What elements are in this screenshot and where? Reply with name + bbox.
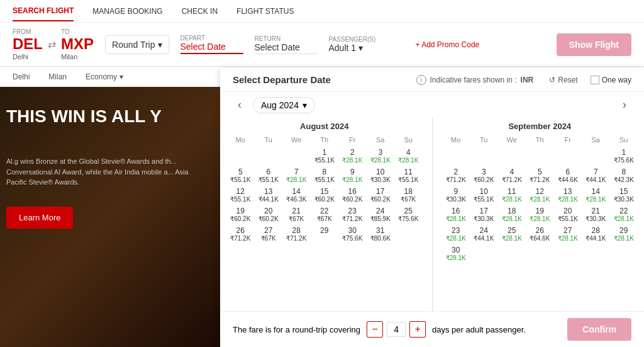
table-row[interactable]: 10₹55.1K: [470, 185, 498, 205]
passengers-label: PASSENGER(S): [329, 36, 404, 43]
table-row[interactable]: 26₹64.6K: [526, 224, 554, 244]
table-row[interactable]: 27₹67K: [255, 224, 283, 244]
table-row[interactable]: 11₹55.1K: [394, 166, 423, 185]
table-row[interactable]: 3₹60.2K: [470, 166, 498, 185]
decrement-days-button[interactable]: −: [367, 321, 383, 338]
cabin-chevron-icon: ▾: [119, 72, 123, 81]
table-row[interactable]: 20₹55.1K: [554, 205, 582, 224]
table-row[interactable]: 4₹71.2K: [498, 166, 526, 185]
table-row[interactable]: 17₹60.2K: [367, 185, 395, 205]
table-row[interactable]: 15₹60.2K: [311, 185, 339, 205]
table-row[interactable]: 3₹28.1K: [367, 146, 395, 166]
table-row[interactable]: 23₹71.2K: [338, 205, 367, 224]
cabin-class-selector[interactable]: Economy ▾: [86, 72, 123, 81]
passengers-selector[interactable]: Adult 1 ▾: [329, 43, 404, 53]
days-counter: − 4 +: [367, 321, 426, 338]
table-row[interactable]: 18₹28.1K: [498, 205, 526, 224]
fare-info-prefix: Indicative fares shown in :: [430, 76, 517, 84]
show-flight-button[interactable]: Show Flight: [557, 33, 631, 56]
table-row[interactable]: 23₹28.1K: [442, 224, 470, 244]
aug-dh-su: Su: [394, 134, 423, 146]
from-city-sub: Delhi: [13, 72, 30, 81]
oneway-toggle[interactable]: One way: [591, 76, 631, 84]
table-row[interactable]: 13₹44.1K: [255, 185, 283, 205]
month-selector[interactable]: Aug 2024 ▾: [253, 97, 315, 113]
table-row[interactable]: 7₹44.1K: [582, 166, 610, 185]
promo-code-link[interactable]: + Add Promo Code: [416, 40, 480, 49]
table-row[interactable]: 5₹55.1K: [226, 166, 255, 185]
table-row[interactable]: 4₹28.1K: [394, 146, 423, 166]
table-row[interactable]: 31₹80.6K: [367, 224, 395, 244]
table-row[interactable]: 1₹55.1K: [311, 146, 339, 166]
table-row[interactable]: 30₹75.6K: [338, 224, 367, 244]
table-row[interactable]: 11₹28.1K: [498, 185, 526, 205]
learn-more-button[interactable]: Learn More: [6, 207, 73, 229]
table-row[interactable]: 16₹28.1K: [442, 205, 470, 224]
table-row[interactable]: 14₹28.1K: [582, 185, 610, 205]
return-date-input[interactable]: Select Date: [255, 42, 318, 54]
table-row[interactable]: 18₹67K: [394, 185, 423, 205]
prev-month-arrow[interactable]: ‹: [233, 96, 247, 114]
table-row[interactable]: 24₹85.9K: [367, 205, 395, 224]
from-label: FROM: [13, 28, 43, 35]
table-row[interactable]: 13₹28.1K: [554, 185, 582, 205]
table-row[interactable]: 21₹67K: [282, 205, 311, 224]
reset-label: Reset: [558, 76, 577, 84]
table-row[interactable]: 27₹28.1K: [554, 224, 582, 244]
nav-manage-booking[interactable]: MANAGE BOOKING: [92, 2, 162, 21]
table-row[interactable]: 9₹28.1K: [338, 166, 367, 185]
table-row[interactable]: 8₹42.3K: [610, 166, 638, 185]
table-row[interactable]: 12₹55.1K: [226, 185, 255, 205]
table-row[interactable]: 25₹28.1K: [498, 224, 526, 244]
table-row[interactable]: 5₹71.2K: [526, 166, 554, 185]
table-row[interactable]: 17₹30.3K: [470, 205, 498, 224]
table-row[interactable]: 28₹71.2K: [282, 224, 311, 244]
calendar-title: Select Departure Date: [233, 74, 331, 85]
table-row[interactable]: 22₹67K: [311, 205, 339, 224]
table-row[interactable]: 26₹71.2K: [226, 224, 255, 244]
swap-icon[interactable]: ⇄: [48, 38, 56, 50]
table-row[interactable]: 6₹44.6K: [554, 166, 582, 185]
passengers-value: Adult 1: [329, 43, 357, 53]
table-row[interactable]: 9₹30.3K: [442, 185, 470, 205]
table-row[interactable]: 10₹30.3K: [367, 166, 395, 185]
footer-text-before: The fare is for a round-trip covering: [233, 325, 360, 334]
table-row[interactable]: 21₹30.3K: [582, 205, 610, 224]
table-row[interactable]: 8₹55.1K: [311, 166, 339, 185]
table-row[interactable]: 6₹55.1K: [255, 166, 283, 185]
days-value: 4: [387, 322, 406, 337]
to-code[interactable]: MXP: [61, 35, 94, 53]
nav-search-flight[interactable]: SEARCH FLIGHT: [13, 1, 74, 21]
from-code[interactable]: DEL: [13, 35, 43, 53]
reset-button[interactable]: ↺ Reset: [549, 76, 577, 84]
table-row[interactable]: 2₹28.1K: [338, 146, 367, 166]
table-row[interactable]: 15₹30.3K: [610, 185, 638, 205]
depart-date-input[interactable]: Select Date: [180, 42, 243, 54]
table-row[interactable]: 19₹60.2K: [226, 205, 255, 224]
table-row[interactable]: 7₹28.1K: [282, 166, 311, 185]
nav-check-in[interactable]: CHECK IN: [182, 2, 218, 21]
increment-days-button[interactable]: +: [409, 321, 426, 338]
table-row[interactable]: 14₹46.3K: [282, 185, 311, 205]
table-row[interactable]: 19₹28.1K: [526, 205, 554, 224]
next-month-arrow[interactable]: ›: [618, 96, 631, 114]
table-row: [226, 146, 255, 166]
table-row[interactable]: 28₹44.1K: [582, 224, 610, 244]
table-row[interactable]: 1₹75.6K: [610, 146, 638, 166]
nav-flight-status[interactable]: FLIGHT STATUS: [236, 2, 294, 21]
trip-type-selector[interactable]: Round Trip ▾: [105, 35, 169, 54]
table-row[interactable]: 20₹60.2K: [255, 205, 283, 224]
table-row[interactable]: 12₹28.1K: [526, 185, 554, 205]
table-row[interactable]: 24₹44.1K: [470, 224, 498, 244]
table-row[interactable]: 16₹60.2K: [338, 185, 367, 205]
table-row[interactable]: 22₹28.1K: [610, 205, 638, 224]
table-row[interactable]: 29: [311, 224, 339, 244]
confirm-button[interactable]: Confirm: [567, 318, 631, 341]
table-row[interactable]: 29₹28.1K: [610, 224, 638, 244]
to-city: Milan: [61, 53, 94, 60]
table-row[interactable]: 30₹28.1K: [442, 244, 470, 263]
table-row: [282, 146, 311, 166]
oneway-checkbox[interactable]: [591, 76, 599, 84]
table-row[interactable]: 2₹71.2K: [442, 166, 470, 185]
table-row[interactable]: 25₹75.6K: [394, 205, 423, 224]
